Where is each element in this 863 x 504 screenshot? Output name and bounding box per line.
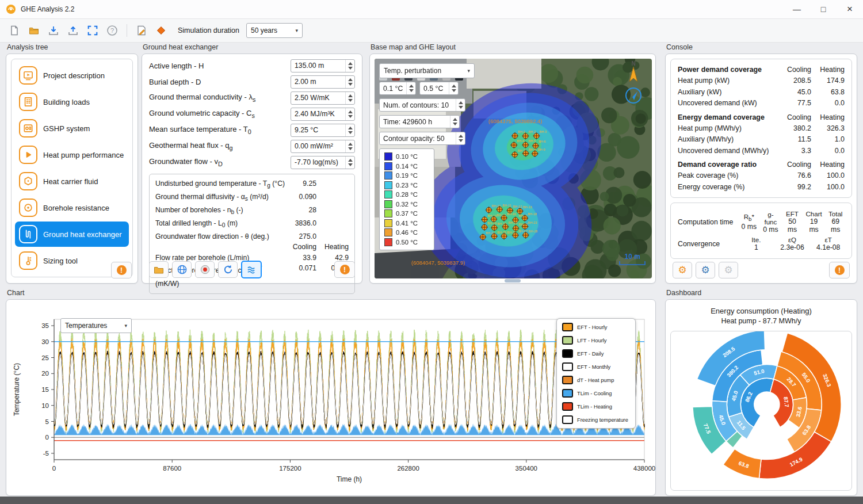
spin-down-icon[interactable] (348, 163, 353, 166)
contour-legend-item: 0.23 °C (384, 181, 429, 189)
ghe-tool-record-button[interactable] (195, 261, 215, 278)
console-settings-gear-button[interactable]: ⚙ (696, 262, 715, 278)
ghe-tool-refresh-button[interactable] (218, 261, 238, 278)
contour-opacity-spinner-arrows[interactable] (456, 132, 465, 144)
spin-up-icon[interactable] (348, 110, 353, 113)
map-resize-grip[interactable] (505, 279, 521, 282)
import-icon[interactable] (45, 22, 62, 39)
ghe-field-active-length-h[interactable]: 135.00 m (291, 59, 355, 72)
heating-value: 326.3 (811, 123, 845, 135)
time-spinner[interactable]: Time: 429600 h (379, 115, 460, 128)
contour-max-spinner[interactable]: 0.5 °C (419, 82, 459, 95)
chart-legend-item[interactable]: Freezing temperature (562, 415, 630, 424)
ghe-field-groundwater-flow-vd[interactable]: -7.70 log(m/s) (291, 156, 355, 169)
num-contours-spinner-arrows[interactable] (456, 99, 465, 111)
ghe-field-active-length-h-arrows[interactable] (345, 60, 354, 72)
ghe-field-burial-depth-d-arrows[interactable] (345, 76, 354, 88)
ghe-field-mean-surface-temperature-t0-arrows[interactable] (345, 124, 354, 136)
open-project-icon[interactable] (25, 22, 43, 39)
chart-legend-item[interactable]: TLim - Cooling (562, 389, 630, 398)
chart-legend-item[interactable]: EFT - Daily (562, 349, 630, 358)
ghe-tool-globe-button[interactable] (172, 261, 192, 278)
spin-up-icon[interactable] (452, 85, 456, 87)
spin-down-icon[interactable] (348, 67, 353, 70)
contour-min-spinner[interactable]: 0.1 °C (379, 82, 416, 95)
spin-down-icon[interactable] (348, 131, 353, 134)
ghe-field-ground-volumetric-capacity-cs[interactable]: 2.40 MJ/m³K (291, 108, 355, 121)
spin-up-icon[interactable] (348, 143, 353, 146)
chart-legend-item[interactable]: LFT - Hourly (562, 336, 630, 345)
perturbation-select[interactable]: Temp. perturbation▾ (379, 63, 475, 78)
spin-up-icon[interactable] (459, 101, 463, 104)
spin-down-icon[interactable] (348, 115, 353, 118)
materials-icon[interactable] (152, 22, 170, 39)
sidebar-item-heat-carrier-fluid[interactable]: Heat carrier fluid (15, 169, 129, 194)
spin-down-icon[interactable] (348, 83, 353, 86)
sidebar-item-project-description[interactable]: Project description (15, 63, 129, 88)
chart-legend-item[interactable]: EFT - Hourly (562, 323, 630, 331)
spin-up-icon[interactable] (348, 159, 353, 162)
contour-legend-item: 0.14 °C (384, 162, 429, 170)
ghe-tool-groundwater-wave-button[interactable] (241, 261, 262, 278)
spin-up-icon[interactable] (348, 127, 353, 129)
ghe-field-groundwater-flow-vd-arrows[interactable] (345, 156, 354, 169)
spin-down-icon[interactable] (453, 123, 457, 125)
spin-down-icon[interactable] (452, 89, 456, 92)
console-disabled-gear-button[interactable]: ⚙ (719, 262, 738, 278)
spin-up-icon[interactable] (459, 135, 463, 138)
ghe-warning-button[interactable]: ! (334, 261, 355, 278)
spin-down-icon[interactable] (459, 106, 463, 109)
contour-opacity-spinner[interactable]: Contour opacity: 50 (379, 132, 465, 145)
chart-legend-item[interactable]: EFT - Monthly (562, 362, 630, 371)
ghe-field-ground-volumetric-capacity-cs-arrows[interactable] (345, 108, 354, 120)
chart-legend-item[interactable]: dT - Heat pump (562, 376, 630, 384)
export-icon[interactable] (64, 22, 82, 39)
fit-view-icon[interactable] (84, 22, 101, 39)
contour-min-spinner-arrows[interactable] (406, 82, 415, 94)
sidebar-item-ground-heat-exchanger[interactable]: Ground heat exchanger (15, 222, 129, 247)
project-description-icon (19, 66, 37, 85)
spin-down-icon[interactable] (409, 89, 414, 92)
ghe-tool-open-folder-button[interactable] (149, 261, 169, 278)
num-contours-spinner[interactable]: Num. of contours: 10 (379, 98, 465, 112)
simulation-duration-select[interactable]: 50 years ▾ (246, 23, 303, 38)
spin-up-icon[interactable] (348, 62, 353, 65)
svg-text:BH-11: BH-11 (503, 204, 511, 207)
sidebar-item-borehole-resistance[interactable]: Borehole resistance (15, 195, 129, 220)
spin-down-icon[interactable] (348, 99, 353, 102)
maximize-button[interactable]: □ (810, 0, 837, 18)
new-file-icon[interactable] (6, 22, 23, 39)
spin-up-icon[interactable] (348, 94, 353, 97)
console-row-label: Auxiliary (MWh/y) (678, 134, 779, 146)
chart-series-select[interactable]: Temperatures ▾ (60, 318, 132, 333)
legend-swatch (384, 190, 392, 198)
ghe-panel: Active length - H135.00 mBurial depth - … (142, 54, 362, 284)
report-icon[interactable] (133, 22, 150, 39)
time-spinner-arrows[interactable] (450, 116, 459, 128)
legend-label: 0.32 °C (396, 201, 418, 208)
chart-legend-item[interactable]: TLim - Heating (562, 402, 630, 411)
ghe-field-ground-thermal-conductivity-s[interactable]: 2.50 W/mK (291, 91, 355, 105)
close-button[interactable]: × (837, 0, 863, 18)
tree-warning-button[interactable]: ! (111, 262, 132, 278)
sidebar-item-heat-pump-performance[interactable]: Heat pump performance (15, 142, 129, 167)
help-icon[interactable]: ? (104, 22, 121, 39)
spin-down-icon[interactable] (348, 147, 353, 150)
svg-text:BH-5: BH-5 (529, 139, 536, 143)
spin-up-icon[interactable] (348, 78, 353, 81)
sidebar-item-building-loads[interactable]: Building loads (15, 89, 129, 114)
ghe-field-geothermal-heat-flux-qg[interactable]: 0.00 mW/m² (291, 140, 355, 153)
ghe-field-burial-depth-d[interactable]: 2.00 m (291, 75, 355, 89)
console-warning-button[interactable]: ! (829, 262, 850, 278)
ghe-field-mean-surface-temperature-t0[interactable]: 9.25 °C (291, 124, 355, 137)
computation-cell: Total69 ms (826, 210, 845, 234)
contour-max-spinner-arrows[interactable] (449, 82, 458, 94)
ghe-field-geothermal-heat-flux-qg-arrows[interactable] (345, 140, 354, 152)
sidebar-item-gshp-system[interactable]: GSHP system (15, 116, 129, 141)
spin-up-icon[interactable] (453, 118, 457, 121)
minimize-button[interactable]: — (784, 0, 810, 18)
ghe-field-ground-thermal-conductivity-s-arrows[interactable] (345, 92, 354, 104)
console-run-gear-button[interactable]: ⚙ (673, 262, 692, 278)
spin-up-icon[interactable] (409, 85, 414, 87)
spin-down-icon[interactable] (459, 139, 463, 142)
